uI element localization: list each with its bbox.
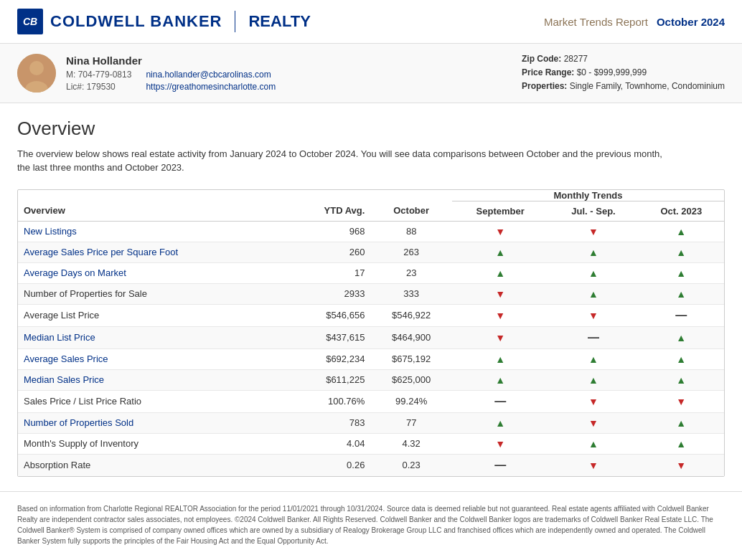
brand-name: COLDWELL BANKER bbox=[50, 12, 222, 31]
arrow-down-icon: ▼ bbox=[495, 310, 505, 321]
row-october: 99.24% bbox=[370, 390, 452, 412]
row-label: Sales Price / List Price Ratio bbox=[18, 390, 286, 412]
table-row: Average List Price$546,656$546,922▼▼— bbox=[18, 304, 724, 326]
row-label: Absorption Rate bbox=[18, 454, 286, 476]
arrow-down-icon: ▼ bbox=[676, 396, 686, 407]
table-row: New Listings96888▼▼▲ bbox=[18, 221, 724, 242]
arrow-down-icon: ▼ bbox=[588, 226, 598, 237]
monthly-trends-header: Monthly Trends bbox=[452, 190, 724, 201]
row-october: 77 bbox=[370, 412, 452, 433]
col-oct2023-header: Oct. 2023 bbox=[639, 201, 724, 221]
properties-value: Single Family, Townhome, Condominium bbox=[570, 81, 725, 91]
arrow-up-icon: ▲ bbox=[588, 288, 598, 300]
row-october: 23 bbox=[370, 262, 452, 283]
row-label: Number of Properties Sold bbox=[18, 412, 286, 433]
row-label: Number of Properties for Sale bbox=[18, 283, 286, 304]
row-label: Average Sales Price bbox=[18, 348, 286, 369]
price-range-label: Price Range: bbox=[522, 67, 574, 77]
arrow-up-icon: ▲ bbox=[588, 247, 598, 258]
table-row: Number of Properties for Sale2933333▼▲▲ bbox=[18, 283, 724, 304]
brand-realty: REALTY bbox=[248, 12, 310, 31]
arrow-up-icon: ▲ bbox=[676, 267, 686, 279]
agent-website[interactable]: https://greathomesincharlotte.com bbox=[146, 82, 276, 92]
table-row: Average Sales Price$692,234$675,192▲▲▲ bbox=[18, 348, 724, 369]
arrow-down-icon: ▼ bbox=[495, 438, 505, 450]
row-october: 88 bbox=[370, 221, 452, 242]
zip-label: Zip Code: bbox=[522, 54, 561, 64]
agent-photo-svg bbox=[17, 54, 56, 92]
col-headers-row: Overview YTD Avg. October September Jul.… bbox=[18, 201, 724, 221]
row-ytd: $546,656 bbox=[286, 304, 371, 326]
monthly-trends-row: Monthly Trends bbox=[18, 190, 724, 201]
arrow-up-icon: ▲ bbox=[676, 417, 686, 429]
zip-line: Zip Code: 28277 bbox=[522, 52, 725, 66]
dash-icon: — bbox=[494, 459, 506, 471]
row-october: 0.23 bbox=[370, 454, 452, 476]
row-ytd: 260 bbox=[286, 242, 371, 262]
col-october-header: October bbox=[370, 201, 452, 221]
col-september-header: September bbox=[452, 201, 549, 221]
logo-divider bbox=[235, 11, 235, 32]
arrow-up-icon: ▲ bbox=[588, 374, 598, 386]
agent-left: Nina Hollander M: 704-779-0813 Lic#: 179… bbox=[17, 54, 276, 92]
row-october: 4.32 bbox=[370, 433, 452, 454]
table-row: Absorption Rate0.260.23—▼▼ bbox=[18, 454, 724, 476]
svg-point-1 bbox=[29, 61, 44, 75]
row-ytd: $692,234 bbox=[286, 348, 371, 369]
arrow-down-icon: ▼ bbox=[676, 460, 686, 471]
row-label: Median Sales Price bbox=[18, 369, 286, 390]
agent-contact: M: 704-779-0813 Lic#: 179530 nina.hollan… bbox=[66, 70, 276, 92]
table-body: New Listings96888▼▼▲Average Sales Price … bbox=[18, 221, 724, 476]
empty-header bbox=[18, 190, 452, 201]
arrow-up-icon: ▲ bbox=[676, 332, 686, 343]
row-ytd: $437,615 bbox=[286, 326, 371, 348]
table-row: Sales Price / List Price Ratio100.76%99.… bbox=[18, 390, 724, 412]
row-label: Month's Supply of Inventory bbox=[18, 433, 286, 454]
arrow-down-icon: ▼ bbox=[588, 310, 598, 321]
row-october: 333 bbox=[370, 283, 452, 304]
arrow-up-icon: ▲ bbox=[676, 226, 686, 237]
table-section: Monthly Trends Overview YTD Avg. October… bbox=[0, 182, 742, 491]
table-row: Median Sales Price$611,225$625,000▲▲▲ bbox=[18, 369, 724, 390]
arrow-up-icon: ▲ bbox=[495, 267, 505, 279]
arrow-up-icon: ▲ bbox=[588, 267, 598, 279]
agent-name: Nina Hollander bbox=[66, 54, 276, 67]
row-label: Average Days on Market bbox=[18, 262, 286, 283]
agent-email[interactable]: nina.hollander@cbcarolinas.com bbox=[146, 70, 276, 80]
logo-box: CB bbox=[17, 9, 43, 34]
row-label: Median List Price bbox=[18, 326, 286, 348]
overview-section: Overview The overview below shows real e… bbox=[0, 103, 742, 182]
properties-label: Properties: bbox=[522, 81, 567, 91]
col-jul-sep-header: Jul. - Sep. bbox=[548, 201, 638, 221]
agent-license: Lic#: 179530 bbox=[66, 82, 131, 92]
row-october: 263 bbox=[370, 242, 452, 262]
row-ytd: 17 bbox=[286, 262, 371, 283]
market-trends-table: Monthly Trends Overview YTD Avg. October… bbox=[18, 190, 724, 476]
arrow-up-icon: ▲ bbox=[676, 247, 686, 258]
logo-letters: CB bbox=[23, 16, 37, 27]
arrow-down-icon: ▼ bbox=[495, 288, 505, 300]
row-label: New Listings bbox=[18, 221, 286, 242]
page-footer: Based on information from Charlotte Regi… bbox=[0, 491, 742, 558]
agent-phone: M: 704-779-0813 bbox=[66, 70, 131, 80]
agent-info: Nina Hollander M: 704-779-0813 Lic#: 179… bbox=[66, 54, 276, 92]
arrow-down-icon: ▼ bbox=[495, 332, 505, 343]
overview-title: Overview bbox=[17, 118, 725, 140]
arrow-up-icon: ▲ bbox=[676, 353, 686, 365]
row-ytd: 2933 bbox=[286, 283, 371, 304]
agent-contact-col2: nina.hollander@cbcarolinas.com https://g… bbox=[146, 70, 276, 92]
footer-text: Based on information from Charlotte Regi… bbox=[17, 503, 725, 546]
row-october: $625,000 bbox=[370, 369, 452, 390]
agent-photo bbox=[17, 54, 56, 92]
agent-contact-col1: M: 704-779-0813 Lic#: 179530 bbox=[66, 70, 131, 92]
zip-value: 28277 bbox=[564, 54, 588, 64]
dash-icon: — bbox=[494, 395, 506, 407]
logo-area: CB COLDWELL BANKER REALTY bbox=[17, 9, 311, 34]
arrow-up-icon: ▲ bbox=[495, 353, 505, 365]
dash-icon: — bbox=[675, 309, 687, 321]
row-october: $546,922 bbox=[370, 304, 452, 326]
report-title: Market Trends Report bbox=[544, 16, 648, 28]
arrow-up-icon: ▲ bbox=[495, 247, 505, 258]
arrow-up-icon: ▲ bbox=[588, 438, 598, 450]
arrow-up-icon: ▲ bbox=[588, 353, 598, 365]
